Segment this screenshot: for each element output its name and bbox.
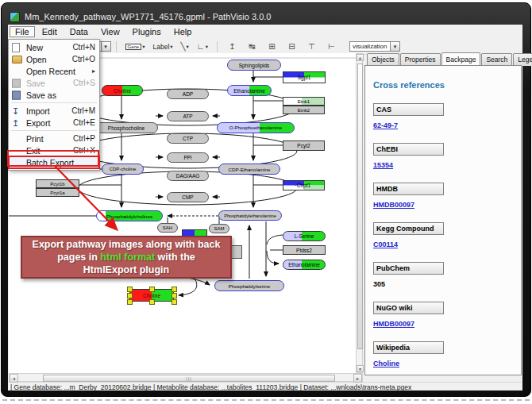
scroll-right-icon[interactable]: ► — [353, 374, 362, 383]
common-width-icon[interactable]: ⊞ — [265, 41, 279, 52]
node-ppi[interactable]: PPi — [167, 152, 209, 163]
gene-datanode-tool[interactable]: Gene ▾ — [123, 42, 148, 52]
node-ethanolamine-low[interactable]: Ethanolamine — [283, 260, 326, 270]
tab-objects[interactable]: Objects — [367, 53, 399, 66]
node-sam[interactable]: SAM — [209, 224, 229, 233]
node-phosphatidylethanolamine[interactable]: Phosphatidylethanolamine — [218, 210, 282, 221]
node-cdp-ethanolamine[interactable]: CDP-Ethanolamine — [218, 164, 280, 175]
scroll-up-icon[interactable]: ▲ — [357, 54, 364, 61]
gene-pcyt1b[interactable]: Pcyt1b — [36, 179, 79, 188]
menu-shortcut: Ctrl+S — [73, 79, 95, 87]
selection-handle[interactable] — [149, 287, 155, 292]
hscroll-thumb[interactable]: ||| — [43, 375, 335, 382]
node-ethanolamine-top[interactable]: Ethanolamine — [227, 85, 272, 96]
menubar-edit[interactable]: Edit — [37, 26, 63, 37]
menubar-help[interactable]: Help — [168, 26, 198, 37]
node-o-phosphoethanolamine[interactable]: O-Phosphoethanolamine — [217, 122, 295, 133]
visualization-value: visualization — [350, 43, 390, 50]
selection-handle[interactable] — [172, 299, 177, 305]
menu-item-new[interactable]: NewCtrl+N — [9, 41, 99, 53]
gene-sgpl1[interactable]: Sgpl1 — [283, 71, 326, 83]
chevron-down-icon[interactable]: ▾ — [206, 44, 208, 50]
selection-handle[interactable] — [149, 299, 155, 305]
tab-search[interactable]: Search — [481, 53, 512, 66]
scroll-down-icon[interactable]: ▼ — [357, 365, 364, 372]
gene-ptdss2[interactable]: Ptdss2 — [283, 245, 326, 255]
visualization-combobox[interactable]: visualization ▾ — [349, 41, 400, 52]
menu-item-label: Exit — [26, 146, 68, 156]
gene-etnk2[interactable]: Etnk2 — [283, 106, 325, 114]
xref-title: Kegg Compound — [373, 222, 444, 235]
node-cmp[interactable]: CMP — [167, 192, 209, 202]
scroll-left-icon[interactable]: ◄ — [10, 374, 18, 383]
node-dag-aag[interactable]: DAG/AAG — [167, 171, 209, 181]
canvas-hscrollbar[interactable]: ◄ ||| ► — [9, 373, 363, 382]
xref-link[interactable]: C00114 — [373, 240, 521, 248]
menu-item-label: Save — [26, 79, 68, 88]
callout-highlight: html format — [100, 252, 155, 263]
chevron-down-icon[interactable]: ▾ — [142, 44, 145, 50]
node-l-serine[interactable]: L-Serine — [283, 231, 326, 241]
menu-shortcut: Ctrl+E — [73, 118, 95, 127]
menu-item-save-as[interactable]: Save as — [9, 89, 99, 101]
menu-item-open[interactable]: OpenCtrl+O — [9, 53, 99, 65]
line-tool[interactable]: ╲ ▾ — [179, 40, 191, 52]
gene-pcyt2[interactable]: Pcyt2 — [283, 140, 325, 151]
node-cdp-choline[interactable]: CDP-choline — [102, 164, 144, 175]
menubar-plugins[interactable]: Plugins — [127, 26, 167, 37]
xref-link[interactable]: Choline — [373, 360, 521, 367]
xref-section-cas: CAS62-49-7 — [373, 103, 521, 129]
xref-link[interactable]: HMDB00097 — [373, 201, 521, 209]
connector-tool[interactable]: ∟ ▾ — [195, 40, 210, 52]
xref-link[interactable]: 62-49-7 — [373, 121, 521, 129]
menubar-view[interactable]: View — [95, 26, 125, 37]
gene-pcyt1a[interactable]: Pcyt1a — [36, 188, 79, 197]
xref-section-kegg-compound: Kegg CompoundC00114 — [373, 222, 521, 248]
selection-handle[interactable] — [127, 287, 133, 292]
gene-etnk1[interactable]: Etnk1 — [283, 97, 325, 106]
chevron-down-icon[interactable]: ▾ — [170, 44, 172, 50]
selection-handle[interactable] — [172, 287, 177, 292]
node-phosphatidylserine[interactable]: Phosphatidylserine — [214, 280, 284, 291]
menu-item-batch-export[interactable]: Batch Export — [9, 156, 99, 168]
chevron-down-icon[interactable]: ▾ — [187, 44, 189, 50]
tab-properties[interactable]: Properties — [400, 53, 441, 66]
menu-item-import[interactable]: ImportCtrl+M — [9, 105, 99, 117]
label-tool[interactable]: Label ▾ — [150, 41, 175, 52]
xref-link[interactable]: HMDB00097 — [373, 320, 521, 328]
tab-backpage[interactable]: Backpage — [441, 52, 481, 65]
vscroll-thumb[interactable] — [357, 63, 363, 349]
xref-link[interactable]: 15354 — [373, 161, 521, 169]
selection-handle[interactable] — [127, 293, 133, 298]
align-center-x-icon[interactable]: ↥ — [226, 41, 239, 52]
menu-item-export[interactable]: ExportCtrl+E — [9, 117, 99, 129]
gene-chpt1[interactable]: Chpt1 — [283, 180, 325, 190]
distribute-horizontal-icon[interactable]: ↹ — [245, 41, 259, 52]
alignment-tools-group: ↥↹⊞⊟⊤⊢ — [222, 41, 341, 52]
chevron-down-icon[interactable]: ▾ — [390, 42, 399, 51]
menu-item-open-recent[interactable]: Open Recent▸ — [9, 65, 99, 77]
menu-item-print[interactable]: PrintCtrl+P — [9, 133, 99, 144]
xref-section-hmdb: HMDBHMDB00097 — [373, 183, 521, 209]
node-ctp[interactable]: CTP — [167, 133, 209, 144]
align-left-icon[interactable]: ⊢ — [325, 41, 338, 52]
node-sah[interactable]: SAH — [157, 223, 178, 233]
annotation-callout: Export pathway images along with back pa… — [21, 236, 232, 279]
node-adp[interactable]: ADP — [167, 89, 209, 99]
menu-item-exit[interactable]: ExitCtrl+X — [9, 144, 99, 156]
selection-handle[interactable] — [127, 299, 133, 305]
selection-handle[interactable] — [172, 293, 177, 298]
node-sphingolipids[interactable]: Sphingolipids — [227, 60, 281, 71]
menubar-data[interactable]: Data — [64, 26, 94, 37]
node-phosphatidylcholines[interactable]: Phosphatidylcholines — [96, 210, 163, 221]
chevron-down-icon[interactable]: ▾ — [101, 42, 110, 51]
node-atp[interactable]: ATP — [167, 111, 209, 121]
node-choline-top[interactable]: Choline — [102, 85, 143, 96]
common-height-icon[interactable]: ⊟ — [285, 41, 299, 52]
canvas-vscrollbar[interactable]: ▲ ▼ — [356, 53, 363, 373]
gene-tool-icon: Gene — [125, 44, 142, 50]
menubar-file[interactable]: File — [10, 26, 35, 37]
tab-legend[interactable]: Legend — [513, 53, 532, 66]
align-top-icon[interactable]: ⊤ — [305, 41, 318, 52]
node-phosphocholine[interactable]: Phosphocholine — [94, 122, 158, 133]
